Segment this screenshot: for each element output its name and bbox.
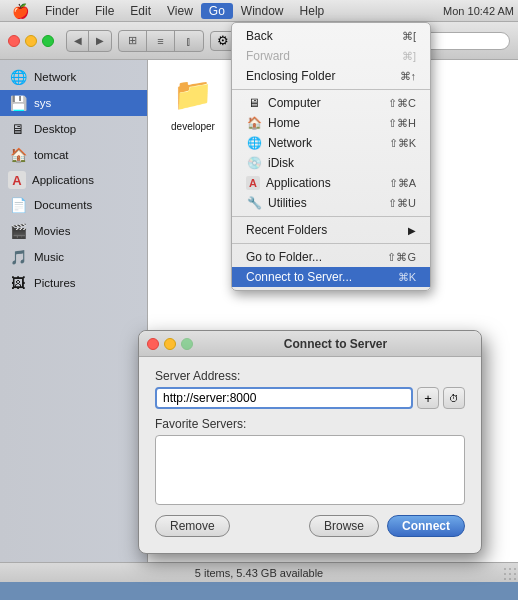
dialog-titlebar: Connect to Server	[139, 331, 481, 357]
view-buttons: ⊞ ≡ ⫿	[118, 30, 204, 52]
maximize-button[interactable]	[42, 35, 54, 47]
network-menu-icon: 🌐	[246, 135, 262, 151]
back-label: Back	[246, 29, 273, 43]
sidebar-label-music: Music	[34, 251, 64, 263]
menu-item-home[interactable]: 🏠 Home ⇧⌘H	[232, 113, 430, 133]
sidebar-label-network: Network	[34, 71, 76, 83]
menubar-help[interactable]: Help	[292, 3, 333, 19]
menubar-view[interactable]: View	[159, 3, 201, 19]
dialog-body: Server Address: http://server:8000 + ⏱ F…	[139, 357, 481, 553]
home-label: Home	[268, 116, 300, 130]
navigation-buttons: ◀ ▶	[66, 30, 112, 52]
add-bookmark-button[interactable]: +	[417, 387, 439, 409]
list-view-button[interactable]: ≡	[147, 31, 175, 51]
minimize-button[interactable]	[25, 35, 37, 47]
sidebar-label-tomcat: tomcat	[34, 149, 69, 161]
sidebar-item-pictures[interactable]: 🖼 Pictures	[0, 270, 147, 296]
menu-item-back[interactable]: Back ⌘[	[232, 26, 430, 46]
go-menu[interactable]: Back ⌘[ Forward ⌘] Enclosing Folder ⌘↑ 🖥…	[231, 22, 431, 291]
sidebar-item-network[interactable]: 🌐 Network	[0, 64, 147, 90]
menubar-window[interactable]: Window	[233, 3, 292, 19]
connect-button[interactable]: Connect	[387, 515, 465, 537]
favorite-servers-list	[155, 435, 465, 505]
sidebar-item-desktop[interactable]: 🖥 Desktop	[0, 116, 147, 142]
sidebar-item-tomcat[interactable]: 🏠 tomcat	[0, 142, 147, 168]
go-to-folder-shortcut: ⇧⌘G	[387, 251, 416, 264]
applications-icon: A	[8, 171, 26, 189]
close-button[interactable]	[8, 35, 20, 47]
resize-handle[interactable]	[504, 568, 518, 582]
sidebar-item-music[interactable]: 🎵 Music	[0, 244, 147, 270]
server-address-input[interactable]: http://server:8000	[155, 387, 413, 409]
separator	[232, 243, 430, 244]
menu-item-computer[interactable]: 🖥 Computer ⇧⌘C	[232, 93, 430, 113]
tomcat-icon: 🏠	[8, 145, 28, 165]
movies-icon: 🎬	[8, 221, 28, 241]
menubar-clock: Mon 10:42 AM	[443, 5, 514, 17]
separator	[232, 216, 430, 217]
sidebar-label-pictures: Pictures	[34, 277, 76, 289]
documents-icon: 📄	[8, 195, 28, 215]
forward-shortcut: ⌘]	[402, 50, 416, 63]
menu-item-enclosing[interactable]: Enclosing Folder ⌘↑	[232, 66, 430, 86]
network-label: Network	[268, 136, 312, 150]
list-item[interactable]: 📁 developer	[158, 70, 228, 132]
computer-menu-icon: 🖥	[246, 95, 262, 111]
status-text: 5 items, 5.43 GB available	[195, 567, 323, 579]
forward-button[interactable]: ▶	[89, 31, 111, 51]
connect-to-server-dialog: Connect to Server Server Address: http:/…	[138, 330, 482, 554]
computer-shortcut: ⇧⌘C	[388, 97, 416, 110]
applications-menu-icon: A	[246, 176, 260, 190]
applications-label: Applications	[266, 176, 331, 190]
menu-item-network[interactable]: 🌐 Network ⇧⌘K	[232, 133, 430, 153]
icon-view-button[interactable]: ⊞	[119, 31, 147, 51]
computer-label: Computer	[268, 96, 321, 110]
browse-bookmarks-button[interactable]: ⏱	[443, 387, 465, 409]
menu-item-recent-folders[interactable]: Recent Folders ▶	[232, 220, 430, 240]
sidebar-label-applications: Applications	[32, 174, 94, 186]
column-view-button[interactable]: ⫿	[175, 31, 203, 51]
idisk-menu-icon: 💿	[246, 155, 262, 171]
sidebar-item-movies[interactable]: 🎬 Movies	[0, 218, 147, 244]
dialog-min-button[interactable]	[164, 338, 176, 350]
browse-button[interactable]: Browse	[309, 515, 379, 537]
menubar-file[interactable]: File	[87, 3, 122, 19]
separator	[232, 89, 430, 90]
server-address-value: http://server:8000	[163, 391, 256, 405]
menu-item-go-to-folder[interactable]: Go to Folder... ⇧⌘G	[232, 247, 430, 267]
recent-folders-label: Recent Folders	[246, 223, 327, 237]
menu-item-utilities[interactable]: 🔧 Utilities ⇧⌘U	[232, 193, 430, 213]
network-shortcut: ⇧⌘K	[389, 137, 416, 150]
remove-button[interactable]: Remove	[155, 515, 230, 537]
pictures-icon: 🖼	[8, 273, 28, 293]
back-button[interactable]: ◀	[67, 31, 89, 51]
dialog-title: Connect to Server	[198, 337, 473, 351]
sidebar-item-applications[interactable]: A Applications	[0, 168, 147, 192]
menubar-go[interactable]: Go	[201, 3, 233, 19]
apple-menu[interactable]: 🍎	[4, 3, 37, 19]
music-icon: 🎵	[8, 247, 28, 267]
traffic-lights	[8, 35, 54, 47]
home-menu-icon: 🏠	[246, 115, 262, 131]
menubar-edit[interactable]: Edit	[122, 3, 159, 19]
submenu-arrow-icon: ▶	[408, 225, 416, 236]
folder-icon: 📁	[169, 70, 217, 118]
server-address-label: Server Address:	[155, 369, 465, 383]
menu-item-applications[interactable]: A Applications ⇧⌘A	[232, 173, 430, 193]
file-label: developer	[171, 121, 215, 132]
enclosing-label: Enclosing Folder	[246, 69, 335, 83]
utilities-shortcut: ⇧⌘U	[388, 197, 416, 210]
sidebar-item-documents[interactable]: 📄 Documents	[0, 192, 147, 218]
go-to-folder-label: Go to Folder...	[246, 250, 322, 264]
idisk-label: iDisk	[268, 156, 294, 170]
sidebar-label-documents: Documents	[34, 199, 92, 211]
menu-item-connect-to-server[interactable]: Connect to Server... ⌘K	[232, 267, 430, 287]
menubar: 🍎 Finder File Edit View Go Window Help M…	[0, 0, 518, 22]
server-address-row: http://server:8000 + ⏱	[155, 387, 465, 409]
menubar-finder[interactable]: Finder	[37, 3, 87, 19]
sidebar-item-sys[interactable]: 💾 sys	[0, 90, 147, 116]
dialog-close-button[interactable]	[147, 338, 159, 350]
menu-item-idisk[interactable]: 💿 iDisk	[232, 153, 430, 173]
connect-to-server-shortcut: ⌘K	[398, 271, 416, 284]
network-icon: 🌐	[8, 67, 28, 87]
